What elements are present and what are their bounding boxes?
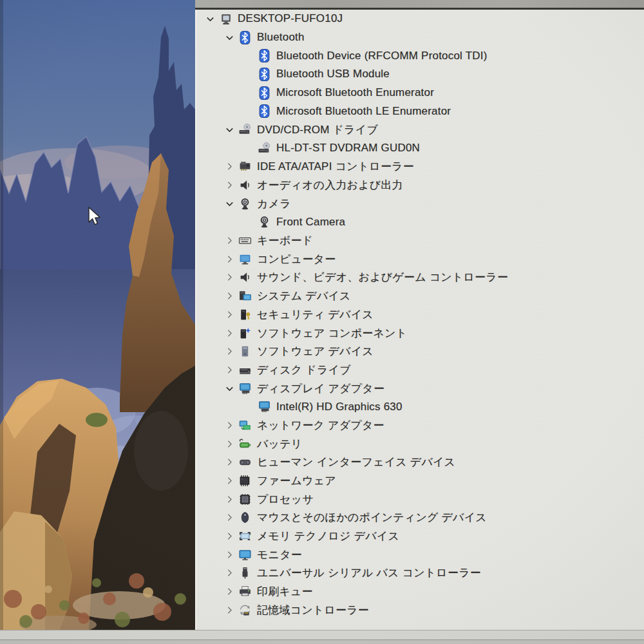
chevron-right-icon[interactable] [221, 475, 238, 488]
tree-item-microsoft-bluetooth-enumerator[interactable]: Microsoft Bluetooth Enumerator [196, 84, 644, 102]
chevron-right-icon[interactable] [221, 160, 238, 173]
processor-icon [238, 493, 252, 506]
tree-item-microsoft-bluetooth-le-enumerator[interactable]: Microsoft Bluetooth LE Enumerator [196, 102, 644, 120]
display-adapter-icon [257, 400, 272, 413]
chevron-right-icon[interactable] [221, 290, 238, 303]
tree-item-sound-video-game-controllers[interactable]: サウンド、ビデオ、およびゲーム コントローラー [196, 269, 644, 287]
wallpaper-art [0, 0, 195, 630]
tree-item-label: Front Camera [276, 216, 345, 229]
tree-item-label: Bluetooth [257, 31, 305, 44]
tree-item-label: Microsoft Bluetooth LE Enumerator [276, 105, 451, 118]
tree-item-audio-inputs-outputs[interactable]: オーディオの入力および出力 [196, 176, 644, 194]
printer-icon [238, 585, 252, 598]
tree-item-network-adapters[interactable]: ネットワーク アダプター [196, 416, 644, 435]
tree-item-label: Microsoft Bluetooth Enumerator [276, 86, 434, 99]
tree-item-label: 印刷キュー [257, 584, 313, 599]
tree-item-processors[interactable]: プロセッサ [196, 490, 644, 509]
tree-item-ide-ata-atapi-controllers[interactable]: IDE ATA/ATAPI コントローラー [196, 158, 644, 176]
tree-item-label: プロセッサ [257, 492, 314, 507]
tree-item-batteries[interactable]: バッテリ [196, 435, 644, 453]
photographed-screen: DESKTOP-FUFO10JBluetoothBluetooth Device… [0, 0, 644, 644]
disk-icon [238, 363, 252, 377]
cd-drive-icon [257, 142, 272, 155]
tree-item-label: バッテリ [257, 437, 302, 451]
monitor-icon [238, 548, 252, 562]
toolbar-strip [195, 0, 644, 10]
tree-item-dvd-cd-rom-drives[interactable]: DVD/CD-ROM ドライブ [196, 120, 644, 139]
system-device-icon [238, 289, 252, 303]
tree-item-system-devices[interactable]: システム デバイス [196, 287, 644, 305]
display-adapter-icon [238, 382, 252, 395]
tree-item-label: HL-DT-ST DVDRAM GUD0N [276, 142, 420, 155]
chevron-down-icon[interactable] [221, 197, 238, 210]
chevron-down-icon[interactable] [221, 123, 238, 136]
chevron-right-icon[interactable] [221, 419, 238, 431]
chevron-right-icon[interactable] [221, 456, 238, 469]
chevron-right-icon[interactable] [221, 179, 238, 192]
chevron-right-icon[interactable] [221, 567, 238, 580]
tree-item-firmware[interactable]: ファームウェア [196, 471, 644, 490]
chevron-right-icon[interactable] [221, 308, 238, 321]
tree-item-memory-technology-devices[interactable]: メモリ テクノロジ デバイス [196, 527, 644, 545]
tree-item-keyboards[interactable]: キーボード [196, 231, 644, 250]
tree-item-mice-pointing-devices[interactable]: マウスとそのほかのポインティング デバイス [196, 509, 644, 527]
chevron-down-icon[interactable] [202, 12, 218, 25]
tree-item-intel-hd-graphics-630[interactable]: Intel(R) HD Graphics 630 [196, 397, 644, 416]
device-manager-window: DESKTOP-FUFO10JBluetoothBluetooth Device… [195, 10, 644, 630]
chevron-down-icon[interactable] [221, 31, 238, 44]
chevron-right-icon[interactable] [221, 437, 238, 450]
tree-item-label: ソフトウェア コンポーネント [257, 326, 407, 341]
tree-item-bluetooth-device-rfcomm[interactable]: Bluetooth Device (RFCOMM Protocol TDI) [196, 46, 644, 65]
chevron-right-icon[interactable] [221, 345, 238, 358]
chevron-right-icon[interactable] [221, 603, 238, 616]
battery-icon [238, 437, 252, 451]
bluetooth-icon [238, 31, 252, 44]
chevron-right-icon[interactable] [221, 234, 238, 247]
tree-item-label: ソフトウェア デバイス [257, 344, 374, 359]
tree-item-hl-dt-st-dvdram-gud0n[interactable]: HL-DT-ST DVDRAM GUD0N [196, 139, 644, 158]
tree-item-label: ユニバーサル シリアル バス コントローラー [257, 565, 481, 580]
tree-item-label: ディスプレイ アダプター [257, 381, 384, 396]
tree-item-usb-controllers[interactable]: ユニバーサル シリアル バス コントローラー [196, 564, 644, 583]
tree-item-label: ヒューマン インターフェイス デバイス [257, 455, 455, 469]
tree-item-disk-drives[interactable]: ディスク ドライブ [196, 361, 644, 379]
tree-item-cameras[interactable]: カメラ [196, 194, 644, 213]
chevron-right-icon[interactable] [221, 363, 238, 376]
keyboard-icon [238, 234, 252, 247]
tree-item-computer-desktop-fufo10j[interactable]: DESKTOP-FUFO10J [196, 10, 644, 28]
tree-item-monitors[interactable]: モニター [196, 545, 644, 564]
chevron-right-icon[interactable] [221, 530, 238, 543]
tree-item-software-devices[interactable]: ソフトウェア デバイス [196, 342, 644, 361]
chevron-right-icon[interactable] [221, 511, 238, 524]
chevron-right-icon[interactable] [221, 493, 238, 506]
tree-item-label: カメラ [257, 196, 291, 211]
tree-item-label: モニター [257, 547, 302, 562]
tree-item-storage-controllers[interactable]: 記憶域コントローラー [196, 601, 644, 620]
status-bar-edge [0, 639, 644, 644]
cd-drive-icon [238, 123, 252, 137]
chevron-down-icon[interactable] [221, 382, 238, 395]
computer-blue-icon [238, 252, 252, 266]
tree-item-software-components[interactable]: ソフトウェア コンポーネント [196, 324, 644, 343]
tree-item-computers[interactable]: コンピューター [196, 250, 644, 269]
tree-item-human-interface-devices[interactable]: ヒューマン インターフェイス デバイス [196, 453, 644, 472]
chevron-right-icon[interactable] [221, 585, 238, 598]
tree-item-bluetooth[interactable]: Bluetooth [196, 28, 644, 47]
chevron-right-icon[interactable] [221, 252, 238, 265]
tree-item-display-adapters[interactable]: ディスプレイ アダプター [196, 379, 644, 398]
chevron-right-icon[interactable] [221, 327, 238, 339]
tree-item-print-queues[interactable]: 印刷キュー [196, 582, 644, 601]
ide-controller-icon [238, 160, 252, 173]
chevron-right-icon[interactable] [221, 271, 238, 284]
camera-icon [238, 197, 252, 211]
tree-item-label: マウスとそのほかのポインティング デバイス [257, 510, 487, 525]
tree-item-bluetooth-usb-module[interactable]: Bluetooth USB Module [196, 65, 644, 84]
storage-icon [238, 603, 252, 617]
tree-item-label: 記憶域コントローラー [257, 603, 369, 618]
chevron-right-icon[interactable] [221, 548, 238, 561]
tree-item-security-devices[interactable]: セキュリティ デバイス [196, 305, 644, 324]
tree-item-front-camera[interactable]: Front Camera [196, 213, 644, 232]
software-component-icon [238, 327, 252, 340]
chevron-spacer [240, 105, 257, 118]
hid-icon [238, 455, 252, 469]
